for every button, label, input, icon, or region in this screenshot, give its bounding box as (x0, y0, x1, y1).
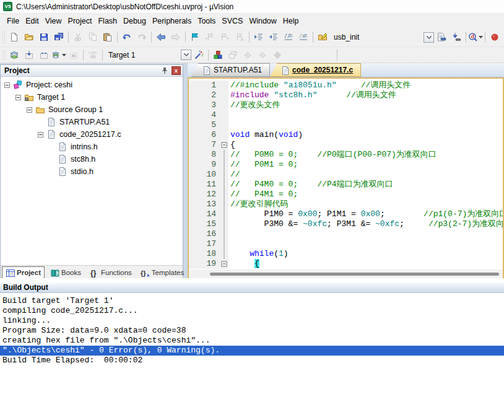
panel-tab-books[interactable]: ?Books (47, 266, 84, 279)
breakpoint-toggle-button[interactable] (487, 30, 502, 44)
cut-button[interactable] (71, 30, 85, 44)
tree-item-source-group-1[interactable]: Source Group 1 (1, 103, 183, 116)
rebuild-button[interactable] (37, 48, 51, 62)
tree-item-startup-a51[interactable]: STARTUP.A51 (1, 116, 183, 128)
tree-item-project-ceshi[interactable]: Project: ceshi (1, 79, 183, 91)
editor-hscrollbar[interactable] (189, 269, 503, 278)
batch-build-button[interactable] (51, 48, 66, 62)
paste-button[interactable] (100, 30, 115, 44)
tree-expand-box[interactable] (27, 107, 32, 113)
code-line-3[interactable]: 3//更改头文件 (189, 100, 503, 110)
panel-tab-project[interactable]: Project (2, 266, 45, 279)
code-line-4[interactable]: 4 (189, 110, 503, 120)
options-for-target-button[interactable] (191, 48, 206, 62)
menu-svcs[interactable]: SVCS (219, 15, 245, 27)
code-line-12[interactable]: 12// P4M1 = 0; (189, 190, 503, 199)
menu-flash[interactable]: Flash (95, 15, 119, 27)
navigate-forward-button[interactable] (168, 30, 183, 44)
find-in-files-button[interactable] (315, 30, 330, 44)
panel-tab-functions[interactable]: {}Functions (87, 266, 135, 279)
code-line-7[interactable]: 7{ (189, 140, 503, 150)
menu-peripherals[interactable]: Peripherals (150, 15, 194, 27)
search-term-combo[interactable]: usb_init (330, 31, 434, 43)
bookmark-toggle-button[interactable] (188, 30, 202, 44)
find-dialog-button[interactable]: d (468, 30, 483, 44)
panel-tab-templates[interactable]: {}Templates (137, 266, 187, 279)
hscrollbar-thumb[interactable] (210, 273, 499, 276)
build-button[interactable] (22, 48, 37, 62)
target-select-combo-value[interactable]: Target 1 (105, 51, 181, 59)
menu-debug[interactable]: Debug (121, 15, 149, 27)
download-button[interactable]: LOAD (85, 48, 100, 62)
pack-installer-button[interactable] (270, 48, 285, 62)
save-all-button[interactable] (51, 30, 66, 44)
new-file-button[interactable] (7, 30, 22, 44)
menu-window[interactable]: Window (246, 15, 279, 27)
search-term-combo-value[interactable]: usb_init (330, 33, 424, 42)
menu-edit[interactable]: Edit (23, 15, 41, 27)
translate-file-button[interactable] (7, 48, 22, 62)
project-panel-close-button[interactable]: x (172, 66, 181, 75)
tree-item-target-1[interactable]: Target 1 (1, 91, 183, 103)
incremental-search-button[interactable] (449, 30, 464, 44)
fold-margin[interactable] (221, 140, 228, 150)
code-line-2[interactable]: 2#include "stc8h.h" //调用头文件 (189, 90, 503, 100)
bookmark-clear-button[interactable] (232, 30, 247, 44)
menu-project[interactable]: Project (66, 15, 95, 27)
open-file-button[interactable] (22, 30, 37, 44)
tree-item-stc8h-h[interactable]: stc8h.h (1, 153, 183, 165)
toolbar-grip[interactable] (2, 50, 5, 61)
target-select-combo[interactable]: Target 1 (105, 49, 191, 61)
code-line-1[interactable]: 1//#include "ai8051u.h" //调用头文件 (189, 81, 503, 90)
code-line-9[interactable]: 9// P0M1 = 0; (189, 160, 503, 170)
search-term-combo-dropdown[interactable] (424, 32, 434, 43)
tree-item-stdio-h[interactable]: stdio.h (1, 165, 183, 178)
bookmark-next-button[interactable] (217, 30, 232, 44)
menu-help[interactable]: Help (280, 15, 302, 27)
tree-expand-box[interactable] (4, 82, 10, 88)
copy-button[interactable] (85, 30, 100, 44)
code-line-16[interactable]: 16 (189, 229, 503, 239)
rte-pack-button[interactable] (255, 48, 270, 62)
code-line-19[interactable]: 19 { (189, 259, 503, 269)
toolbar-grip[interactable] (2, 31, 5, 44)
code-line-18[interactable]: 18 while(1) (189, 249, 503, 259)
code-line-8[interactable]: 8// P0M0 = 0; //P0端口(P00-P07)为准双向口 (189, 150, 503, 160)
menu-tools[interactable]: Tools (195, 15, 218, 27)
code-line-17[interactable]: 17 (189, 239, 503, 249)
unindent-button[interactable] (251, 30, 266, 44)
editor-content[interactable]: 1//#include "ai8051u.h" //调用头文件2#include… (188, 77, 504, 279)
tree-item-code-20251217-c[interactable]: code_20251217.c (1, 128, 183, 141)
fold-margin[interactable] (221, 259, 228, 269)
redo-button[interactable] (134, 30, 149, 44)
menu-view[interactable]: View (43, 15, 64, 27)
menu-file[interactable]: File (4, 15, 22, 27)
editor-tab-code-20251217-c[interactable]: code_20251217.c (270, 63, 361, 77)
undo-button[interactable] (119, 30, 134, 44)
target-select-combo-dropdown[interactable] (181, 50, 191, 60)
code-line-11[interactable]: 11// P4M0 = 0; //P4端口为准双向口 (189, 180, 503, 190)
tree-expand-box[interactable] (38, 132, 43, 138)
code-line-15[interactable]: 15 P3M0 &= ~0xfc; P3M1 &= ~0xfc; //p3(2-… (189, 219, 503, 229)
rte-manage-button[interactable] (240, 48, 255, 62)
code-line-14[interactable]: 14 P1M0 = 0x00; P1M1 = 0x00; //p1(0-7)为准… (189, 209, 503, 219)
indent-button[interactable] (266, 30, 281, 44)
save-button[interactable] (37, 30, 51, 44)
bookmark-prev-button[interactable] (202, 30, 217, 44)
code-line-5[interactable]: 5 (189, 120, 503, 130)
multiple-project-button[interactable] (225, 48, 240, 62)
comment-button[interactable]: // (281, 30, 296, 44)
tree-item-intrins-h[interactable]: intrins.h (1, 141, 183, 153)
navigate-back-button[interactable] (154, 30, 168, 44)
code-line-6[interactable]: 6void main(void) (189, 130, 503, 140)
tree-expand-box[interactable] (15, 95, 21, 100)
manage-project-items-button[interactable] (211, 48, 225, 62)
stop-build-button[interactable] (66, 48, 81, 62)
code-lines[interactable]: 1//#include "ai8051u.h" //调用头文件2#include… (189, 79, 503, 269)
pin-icon[interactable] (160, 66, 170, 76)
search-document-button[interactable] (434, 30, 449, 44)
code-line-10[interactable]: 10// (189, 170, 503, 180)
code-line-13[interactable]: 13//更改引脚代码 (189, 199, 503, 209)
uncomment-button[interactable]: /x (296, 30, 311, 44)
editor-tab-startup-a51[interactable]: STARTUP.A51 (191, 63, 270, 77)
